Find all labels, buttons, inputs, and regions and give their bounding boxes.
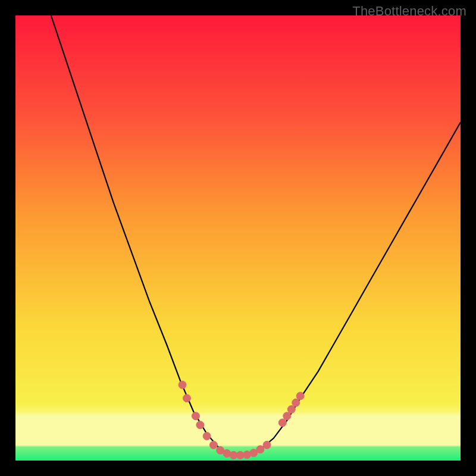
data-dot xyxy=(178,381,186,389)
bottleneck-curve xyxy=(15,15,461,461)
data-dot xyxy=(296,392,304,400)
data-dot xyxy=(209,441,217,449)
data-dot xyxy=(192,412,199,420)
curve-dots xyxy=(178,381,304,459)
data-dot xyxy=(256,446,264,453)
data-dot xyxy=(263,441,271,449)
data-dot xyxy=(283,412,291,420)
data-dot xyxy=(292,399,300,406)
curve-path xyxy=(51,15,461,455)
data-dot xyxy=(196,421,204,429)
data-dot xyxy=(183,394,191,402)
data-dot xyxy=(287,406,295,414)
plot-frame xyxy=(15,15,461,461)
data-dot xyxy=(203,432,211,440)
watermark-text: TheBottleneck.com xyxy=(352,4,466,19)
data-dot xyxy=(278,419,286,427)
